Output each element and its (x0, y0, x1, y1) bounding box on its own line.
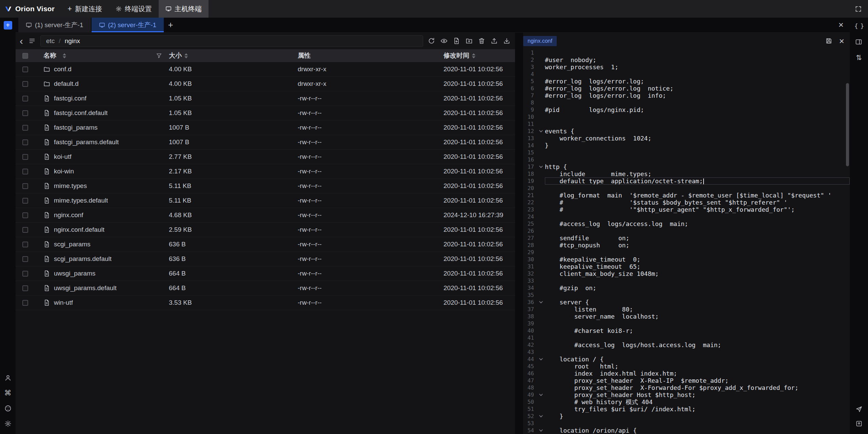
table-row[interactable]: koi-win2.17 KB-rw-r--r--2020-11-01 10:02… (16, 164, 515, 179)
select-all-checkbox[interactable] (22, 53, 28, 59)
breadcrumb-segment[interactable]: etc (46, 37, 55, 45)
code-line[interactable]: 16 (523, 156, 850, 163)
fold-chevron-icon[interactable] (537, 129, 545, 133)
code-line[interactable]: 37 listen 80; (523, 306, 850, 313)
code-line[interactable]: 33 (523, 277, 850, 284)
column-mtime[interactable]: 修改时间 (443, 51, 469, 60)
file-name[interactable]: fastcgi.conf (54, 95, 86, 102)
code-line[interactable]: 45 root html; (523, 363, 850, 370)
code-view-icon[interactable]: { } (854, 22, 864, 30)
code-line[interactable]: 38 server_name localhost; (523, 313, 850, 320)
column-size[interactable]: 大小 (169, 51, 182, 60)
row-checkbox[interactable] (22, 212, 28, 218)
row-checkbox[interactable] (22, 154, 28, 160)
file-name[interactable]: koi-win (54, 168, 74, 175)
code-editor[interactable]: 12#user nobody;3worker_processes 1;45#er… (523, 49, 850, 434)
theme-icon[interactable] (4, 405, 12, 412)
row-checkbox[interactable] (22, 183, 28, 189)
code-line[interactable]: 44 location / { (523, 356, 850, 363)
code-line[interactable]: 27 sendfile on; (523, 234, 850, 242)
layout-panel-icon[interactable] (855, 38, 862, 45)
export-icon[interactable] (855, 420, 863, 427)
new-folder-icon[interactable] (466, 37, 473, 44)
code-line[interactable]: 14} (523, 142, 850, 149)
shortcut-command-icon[interactable]: ⌘ (4, 390, 12, 397)
code-line[interactable]: 3worker_processes 1; (523, 63, 850, 71)
row-checkbox[interactable] (22, 110, 28, 116)
table-row[interactable]: nginx.conf4.68 KB-rw-r--r--2024-12-10 16… (16, 208, 515, 223)
code-line[interactable]: 10 (523, 113, 850, 120)
code-line[interactable]: 2#user nobody; (523, 56, 850, 63)
code-line[interactable]: 36 server { (523, 299, 850, 306)
code-line[interactable]: 18 include mime.types; (523, 170, 850, 177)
code-line[interactable]: 13 worker_connections 1024; (523, 135, 850, 142)
code-line[interactable]: 5#error_log logs/error.log; (523, 78, 850, 85)
close-sidebar-button[interactable]: × (839, 20, 844, 30)
file-name[interactable]: scgi_params.default (54, 255, 112, 263)
file-name[interactable]: nginx.conf (54, 211, 83, 219)
code-line[interactable]: 25 #access_log logs/access.log main; (523, 220, 850, 227)
code-line[interactable]: 24 (523, 213, 850, 220)
code-line[interactable]: 43 (523, 348, 850, 356)
code-line[interactable]: 54 location /orion/api { (523, 427, 850, 434)
row-checkbox[interactable] (22, 271, 28, 277)
table-row[interactable]: fastcgi.conf1.05 KB-rw-r--r--2020-11-01 … (16, 91, 515, 106)
code-line[interactable]: 23 # '"$http_user_agent" "$http_x_forwar… (523, 206, 850, 213)
row-checkbox[interactable] (22, 169, 28, 174)
code-line[interactable]: 11 (523, 120, 850, 128)
row-checkbox[interactable] (22, 198, 28, 204)
code-line[interactable]: 46 index index.html index.htm; (523, 370, 850, 377)
row-checkbox[interactable] (22, 227, 28, 233)
tab-server-2[interactable]: (2) server-生产-1 (92, 18, 164, 32)
table-row[interactable]: conf.d4.00 KBdrwxr-xr-x2020-11-01 10:02:… (16, 62, 515, 77)
code-line[interactable]: 21 #log_format main '$remote_addr - $rem… (523, 192, 850, 199)
file-name[interactable]: fastcgi.conf.default (54, 109, 107, 117)
code-line[interactable]: 31 keepalive_timeout 65; (523, 263, 850, 270)
code-line[interactable]: 15 (523, 149, 850, 156)
code-line[interactable]: 20 (523, 185, 850, 192)
menu-terminal-settings[interactable]: 终端设置 (109, 0, 159, 18)
file-name[interactable]: mime.types (54, 182, 87, 190)
code-line[interactable]: 49 proxy_set_header Host $http_host; (523, 391, 850, 398)
code-line[interactable]: 34 #gzip on; (523, 284, 850, 291)
file-name[interactable]: koi-utf (54, 153, 72, 161)
code-line[interactable]: 39 (523, 320, 850, 327)
row-checkbox[interactable] (22, 67, 28, 72)
user-icon[interactable] (4, 374, 12, 381)
save-button[interactable] (825, 37, 832, 44)
file-name[interactable]: mime.types.default (54, 197, 108, 204)
fold-chevron-icon[interactable] (537, 165, 545, 169)
code-line[interactable]: 7#error_log logs/error.log info; (523, 92, 850, 99)
table-row[interactable]: fastcgi_params1007 B-rw-r--r--2020-11-01… (16, 120, 515, 135)
code-line[interactable]: 42 #access_log logs/host.access.log main… (523, 341, 850, 348)
code-line[interactable]: 17http { (523, 163, 850, 170)
row-checkbox[interactable] (22, 300, 28, 306)
sort-mtime-icon[interactable] (472, 53, 475, 58)
editor-close-button[interactable]: × (839, 37, 844, 45)
table-row[interactable]: scgi_params.default636 B-rw-r--r--2020-1… (16, 252, 515, 266)
row-checkbox[interactable] (22, 81, 28, 87)
row-checkbox[interactable] (22, 139, 28, 145)
code-line[interactable]: 1 (523, 49, 850, 56)
code-line[interactable]: 53 (523, 420, 850, 427)
download-icon[interactable] (503, 37, 510, 44)
sort-size-icon[interactable] (184, 53, 188, 58)
fold-chevron-icon[interactable] (537, 393, 545, 397)
column-name[interactable]: 名称 (43, 51, 56, 60)
add-tab-button[interactable]: + (164, 20, 177, 30)
preview-eye-icon[interactable] (440, 37, 448, 44)
table-row[interactable]: win-utf3.53 KB-rw-r--r--2020-11-01 10:02… (16, 296, 515, 310)
code-line[interactable]: 19 default_type application/octet-stream… (523, 177, 850, 185)
code-line[interactable]: 8 (523, 99, 850, 106)
fold-chevron-icon[interactable] (537, 357, 545, 361)
tab-server-1[interactable]: (1) server-生产-1 (18, 18, 91, 32)
code-line[interactable]: 41 (523, 334, 850, 341)
row-checkbox[interactable] (22, 285, 28, 291)
menu-host-terminal[interactable]: 主机终端 (159, 0, 209, 18)
table-row[interactable]: mime.types5.11 KB-rw-r--r--2020-11-01 10… (16, 179, 515, 193)
code-line[interactable]: 32 client_max_body_size 1048m; (523, 270, 850, 277)
code-line[interactable]: 48 proxy_set_header X-Forwarded-For $pro… (523, 384, 850, 391)
app-logo[interactable]: Orion Visor (0, 5, 61, 13)
code-line[interactable]: 9#pid logs/nginx.pid; (523, 106, 850, 113)
delete-icon[interactable] (478, 37, 485, 44)
